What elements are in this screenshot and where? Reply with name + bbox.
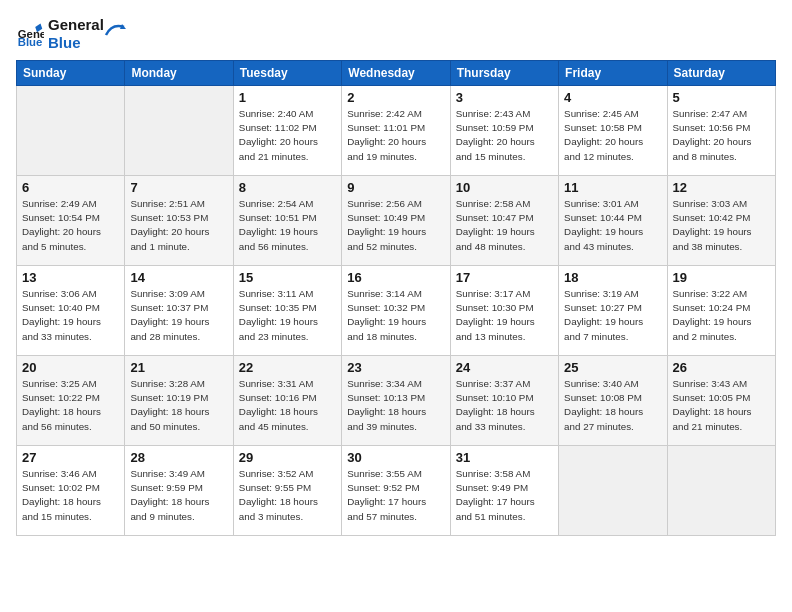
day-number: 7 xyxy=(130,180,227,195)
svg-text:Blue: Blue xyxy=(18,36,43,48)
weekday-header: Monday xyxy=(125,61,233,86)
calendar-cell: 15Sunrise: 3:11 AM Sunset: 10:35 PM Dayl… xyxy=(233,266,341,356)
day-number: 26 xyxy=(673,360,770,375)
calendar-cell: 12Sunrise: 3:03 AM Sunset: 10:42 PM Dayl… xyxy=(667,176,775,266)
day-info: Sunrise: 3:49 AM Sunset: 9:59 PM Dayligh… xyxy=(130,467,227,524)
day-number: 9 xyxy=(347,180,444,195)
day-info: Sunrise: 2:43 AM Sunset: 10:59 PM Daylig… xyxy=(456,107,553,164)
day-number: 29 xyxy=(239,450,336,465)
day-info: Sunrise: 2:51 AM Sunset: 10:53 PM Daylig… xyxy=(130,197,227,254)
day-number: 11 xyxy=(564,180,661,195)
day-info: Sunrise: 3:55 AM Sunset: 9:52 PM Dayligh… xyxy=(347,467,444,524)
calendar-cell: 7Sunrise: 2:51 AM Sunset: 10:53 PM Dayli… xyxy=(125,176,233,266)
calendar-cell: 27Sunrise: 3:46 AM Sunset: 10:02 PM Dayl… xyxy=(17,446,125,536)
calendar-cell: 5Sunrise: 2:47 AM Sunset: 10:56 PM Dayli… xyxy=(667,86,775,176)
calendar-week-row: 20Sunrise: 3:25 AM Sunset: 10:22 PM Dayl… xyxy=(17,356,776,446)
day-info: Sunrise: 3:37 AM Sunset: 10:10 PM Daylig… xyxy=(456,377,553,434)
day-info: Sunrise: 3:14 AM Sunset: 10:32 PM Daylig… xyxy=(347,287,444,344)
calendar-cell: 11Sunrise: 3:01 AM Sunset: 10:44 PM Dayl… xyxy=(559,176,667,266)
calendar-cell: 2Sunrise: 2:42 AM Sunset: 11:01 PM Dayli… xyxy=(342,86,450,176)
weekday-header: Friday xyxy=(559,61,667,86)
logo: General Blue General Blue xyxy=(16,16,126,52)
day-info: Sunrise: 2:42 AM Sunset: 11:01 PM Daylig… xyxy=(347,107,444,164)
calendar-cell: 26Sunrise: 3:43 AM Sunset: 10:05 PM Dayl… xyxy=(667,356,775,446)
calendar-cell: 4Sunrise: 2:45 AM Sunset: 10:58 PM Dayli… xyxy=(559,86,667,176)
day-info: Sunrise: 3:40 AM Sunset: 10:08 PM Daylig… xyxy=(564,377,661,434)
day-info: Sunrise: 2:40 AM Sunset: 11:02 PM Daylig… xyxy=(239,107,336,164)
logo-swoosh-icon xyxy=(104,21,126,39)
calendar-cell: 10Sunrise: 2:58 AM Sunset: 10:47 PM Dayl… xyxy=(450,176,558,266)
day-info: Sunrise: 3:01 AM Sunset: 10:44 PM Daylig… xyxy=(564,197,661,254)
day-number: 17 xyxy=(456,270,553,285)
day-info: Sunrise: 3:31 AM Sunset: 10:16 PM Daylig… xyxy=(239,377,336,434)
day-info: Sunrise: 3:25 AM Sunset: 10:22 PM Daylig… xyxy=(22,377,119,434)
calendar-cell: 23Sunrise: 3:34 AM Sunset: 10:13 PM Dayl… xyxy=(342,356,450,446)
weekday-header: Wednesday xyxy=(342,61,450,86)
calendar-cell: 8Sunrise: 2:54 AM Sunset: 10:51 PM Dayli… xyxy=(233,176,341,266)
calendar-cell xyxy=(125,86,233,176)
calendar-cell: 16Sunrise: 3:14 AM Sunset: 10:32 PM Dayl… xyxy=(342,266,450,356)
calendar-cell xyxy=(667,446,775,536)
logo-line1: General xyxy=(48,16,104,34)
day-info: Sunrise: 2:45 AM Sunset: 10:58 PM Daylig… xyxy=(564,107,661,164)
day-info: Sunrise: 3:19 AM Sunset: 10:27 PM Daylig… xyxy=(564,287,661,344)
calendar-week-row: 6Sunrise: 2:49 AM Sunset: 10:54 PM Dayli… xyxy=(17,176,776,266)
calendar-cell xyxy=(559,446,667,536)
day-number: 15 xyxy=(239,270,336,285)
day-number: 16 xyxy=(347,270,444,285)
day-number: 20 xyxy=(22,360,119,375)
calendar-cell: 21Sunrise: 3:28 AM Sunset: 10:19 PM Dayl… xyxy=(125,356,233,446)
calendar-cell: 24Sunrise: 3:37 AM Sunset: 10:10 PM Dayl… xyxy=(450,356,558,446)
weekday-header: Tuesday xyxy=(233,61,341,86)
day-info: Sunrise: 3:52 AM Sunset: 9:55 PM Dayligh… xyxy=(239,467,336,524)
day-number: 3 xyxy=(456,90,553,105)
calendar-cell: 25Sunrise: 3:40 AM Sunset: 10:08 PM Dayl… xyxy=(559,356,667,446)
day-number: 6 xyxy=(22,180,119,195)
day-info: Sunrise: 3:43 AM Sunset: 10:05 PM Daylig… xyxy=(673,377,770,434)
day-info: Sunrise: 2:47 AM Sunset: 10:56 PM Daylig… xyxy=(673,107,770,164)
day-number: 22 xyxy=(239,360,336,375)
day-number: 28 xyxy=(130,450,227,465)
calendar-cell: 13Sunrise: 3:06 AM Sunset: 10:40 PM Dayl… xyxy=(17,266,125,356)
day-number: 30 xyxy=(347,450,444,465)
day-number: 27 xyxy=(22,450,119,465)
calendar-cell: 28Sunrise: 3:49 AM Sunset: 9:59 PM Dayli… xyxy=(125,446,233,536)
weekday-header: Saturday xyxy=(667,61,775,86)
page-header: General Blue General Blue xyxy=(16,16,776,52)
day-info: Sunrise: 3:22 AM Sunset: 10:24 PM Daylig… xyxy=(673,287,770,344)
day-info: Sunrise: 3:34 AM Sunset: 10:13 PM Daylig… xyxy=(347,377,444,434)
day-number: 8 xyxy=(239,180,336,195)
day-number: 23 xyxy=(347,360,444,375)
day-number: 4 xyxy=(564,90,661,105)
logo-line2: Blue xyxy=(48,34,104,52)
day-number: 18 xyxy=(564,270,661,285)
calendar-cell: 9Sunrise: 2:56 AM Sunset: 10:49 PM Dayli… xyxy=(342,176,450,266)
day-number: 13 xyxy=(22,270,119,285)
weekday-header: Thursday xyxy=(450,61,558,86)
day-number: 25 xyxy=(564,360,661,375)
day-info: Sunrise: 3:11 AM Sunset: 10:35 PM Daylig… xyxy=(239,287,336,344)
calendar-week-row: 27Sunrise: 3:46 AM Sunset: 10:02 PM Dayl… xyxy=(17,446,776,536)
day-info: Sunrise: 3:46 AM Sunset: 10:02 PM Daylig… xyxy=(22,467,119,524)
calendar-cell: 29Sunrise: 3:52 AM Sunset: 9:55 PM Dayli… xyxy=(233,446,341,536)
day-info: Sunrise: 2:54 AM Sunset: 10:51 PM Daylig… xyxy=(239,197,336,254)
day-number: 5 xyxy=(673,90,770,105)
day-number: 19 xyxy=(673,270,770,285)
day-info: Sunrise: 3:09 AM Sunset: 10:37 PM Daylig… xyxy=(130,287,227,344)
calendar-cell xyxy=(17,86,125,176)
day-info: Sunrise: 3:03 AM Sunset: 10:42 PM Daylig… xyxy=(673,197,770,254)
weekday-header-row: SundayMondayTuesdayWednesdayThursdayFrid… xyxy=(17,61,776,86)
day-info: Sunrise: 3:17 AM Sunset: 10:30 PM Daylig… xyxy=(456,287,553,344)
day-info: Sunrise: 3:06 AM Sunset: 10:40 PM Daylig… xyxy=(22,287,119,344)
day-info: Sunrise: 2:49 AM Sunset: 10:54 PM Daylig… xyxy=(22,197,119,254)
day-info: Sunrise: 2:56 AM Sunset: 10:49 PM Daylig… xyxy=(347,197,444,254)
calendar-cell: 31Sunrise: 3:58 AM Sunset: 9:49 PM Dayli… xyxy=(450,446,558,536)
calendar-week-row: 13Sunrise: 3:06 AM Sunset: 10:40 PM Dayl… xyxy=(17,266,776,356)
calendar-table: SundayMondayTuesdayWednesdayThursdayFrid… xyxy=(16,60,776,536)
day-info: Sunrise: 3:28 AM Sunset: 10:19 PM Daylig… xyxy=(130,377,227,434)
calendar-cell: 30Sunrise: 3:55 AM Sunset: 9:52 PM Dayli… xyxy=(342,446,450,536)
calendar-cell: 22Sunrise: 3:31 AM Sunset: 10:16 PM Dayl… xyxy=(233,356,341,446)
calendar-cell: 14Sunrise: 3:09 AM Sunset: 10:37 PM Dayl… xyxy=(125,266,233,356)
day-number: 21 xyxy=(130,360,227,375)
calendar-cell: 17Sunrise: 3:17 AM Sunset: 10:30 PM Dayl… xyxy=(450,266,558,356)
